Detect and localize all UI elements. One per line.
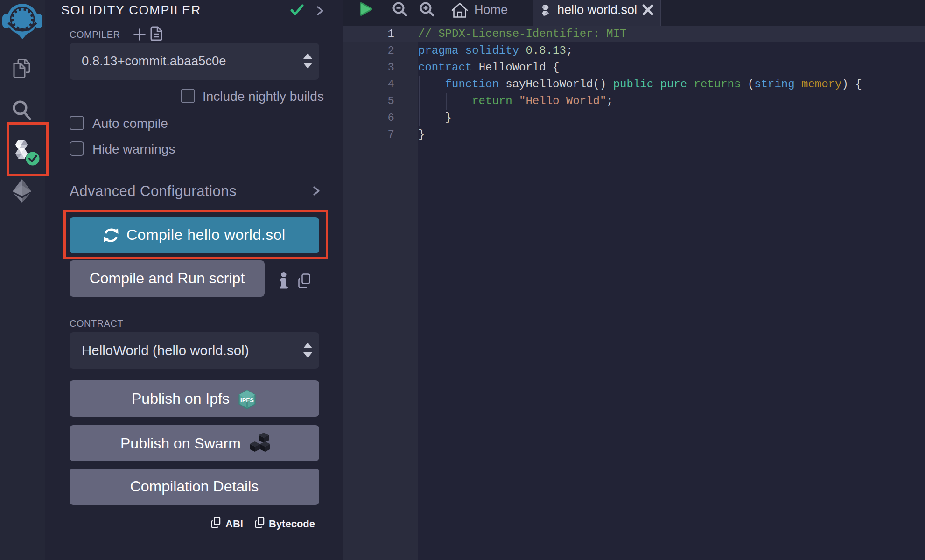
svg-text:IPFS: IPFS (240, 397, 254, 404)
